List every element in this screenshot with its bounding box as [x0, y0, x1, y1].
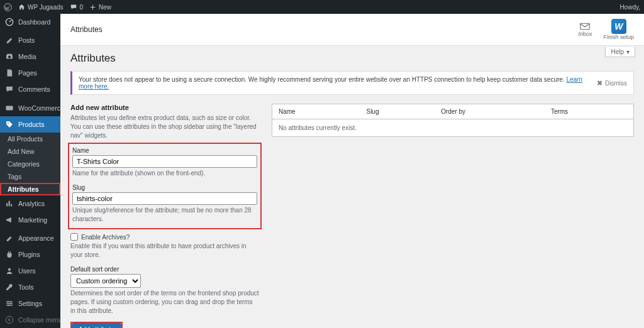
table-row: No attributes currently exist. — [272, 119, 634, 137]
sidebar-item-label: WooCommerce — [18, 104, 64, 112]
inbox-button[interactable]: Inbox — [578, 22, 592, 37]
submenu-item-categories[interactable]: Categories — [0, 158, 60, 170]
admin-bar: WP Jugaads 0 New Howdy, — [0, 0, 644, 14]
help-tab[interactable]: Help ▾ — [605, 47, 635, 57]
sidebar-item-label: Analytics — [18, 200, 45, 207]
col-orderby: Order by — [435, 104, 545, 119]
sidebar-item-label: Dashboard — [18, 18, 50, 26]
name-label: Name — [72, 147, 257, 154]
collapse-label: Collapse menu — [18, 316, 62, 324]
sidebar-item-products[interactable]: Products — [0, 116, 60, 133]
chevron-down-icon: ▾ — [626, 48, 630, 55]
help-label: Help — [611, 48, 624, 55]
slug-hint: Unique slug/reference for the attribute;… — [72, 206, 257, 224]
svg-point-4 — [8, 123, 9, 124]
slug-input[interactable] — [72, 192, 257, 205]
finish-setup-icon: W — [611, 19, 626, 34]
notice-message: Your store does not appear to be using a… — [79, 76, 565, 83]
sort-order-select[interactable]: Custom ordering — [70, 274, 141, 288]
woocommerce-topbar: Attributes Inbox W Finish setup — [60, 14, 644, 46]
sidebar-item-users[interactable]: Users — [0, 263, 60, 279]
finish-setup-label: Finish setup — [603, 34, 634, 40]
inbox-icon — [579, 22, 591, 31]
sidebar-item-label: Appearance — [18, 234, 54, 242]
sidebar-item-comments[interactable]: Comments — [0, 81, 60, 97]
products-submenu: All Products Add New Categories Tags Att… — [0, 133, 60, 195]
add-attribute-heading: Add new attribute — [70, 104, 259, 111]
sort-order-label: Default sort order — [70, 266, 259, 273]
enable-archives-label: Enable Archives? — [81, 234, 130, 241]
enable-archives-hint: Enable this if you want this attribute t… — [70, 242, 259, 260]
sidebar-item-label: Media — [18, 53, 36, 60]
sort-order-hint: Determines the sort order of the terms o… — [70, 289, 259, 315]
sidebar-item-tools[interactable]: Tools — [0, 279, 60, 295]
submenu-label: Attributes — [8, 185, 39, 193]
add-attribute-button[interactable]: Add attribute — [72, 323, 121, 328]
submenu-item-tags[interactable]: Tags — [0, 170, 60, 183]
col-slug: Slug — [360, 104, 435, 119]
enable-archives-checkbox[interactable] — [70, 233, 78, 241]
submenu-item-all-products[interactable]: All Products — [0, 133, 60, 145]
sidebar-item-label: Products — [18, 121, 44, 128]
svg-point-2 — [8, 56, 11, 58]
sidebar-item-dashboard[interactable]: Dashboard — [0, 14, 60, 30]
table-header-row: Name Slug Order by Terms — [272, 104, 634, 119]
sidebar-item-label: Settings — [18, 300, 42, 307]
highlighted-fields: Name Name for the attribute (shown on th… — [70, 145, 259, 227]
name-input[interactable] — [72, 155, 257, 168]
sidebar-item-posts[interactable]: Posts — [0, 32, 60, 48]
sidebar-item-woocommerce[interactable]: WooCommerce — [0, 100, 60, 116]
sidebar-item-marketing[interactable]: Marketing — [0, 212, 60, 228]
comments-count: 0 — [80, 4, 84, 11]
new-label: New — [99, 4, 111, 11]
add-attribute-desc: Attributes let you define extra product … — [70, 114, 259, 140]
name-hint: Name for the attribute (shown on the fro… — [72, 169, 257, 178]
sidebar-item-label: Comments — [18, 85, 50, 93]
main-content: Attributes Inbox W Finish setup Help ▾ — [60, 14, 644, 328]
attributes-table-wrap: Name Slug Order by Terms No attributes c… — [272, 104, 634, 328]
svg-point-12 — [6, 316, 13, 323]
sidebar-item-settings[interactable]: Settings — [0, 295, 60, 312]
dismiss-label: Dismiss — [605, 80, 627, 87]
site-home-link[interactable]: WP Jugaads — [18, 4, 64, 11]
svg-point-11 — [8, 305, 9, 306]
wp-logo[interactable] — [4, 3, 12, 11]
new-content-link[interactable]: New — [89, 4, 111, 11]
page-title: Attributes — [70, 52, 634, 65]
submenu-label: Tags — [8, 173, 21, 180]
submenu-label: Categories — [8, 160, 40, 168]
comments-link[interactable]: 0 — [70, 3, 84, 11]
close-icon: ✖ — [597, 79, 602, 87]
finish-setup-button[interactable]: W Finish setup — [603, 19, 634, 40]
svg-point-5 — [8, 268, 11, 271]
submenu-label: Add New — [8, 148, 35, 155]
notice-dismiss-button[interactable]: ✖ Dismiss — [597, 79, 627, 87]
submenu-item-add-new[interactable]: Add New — [0, 145, 60, 158]
svg-rect-7 — [6, 303, 13, 303]
col-terms: Terms — [545, 104, 634, 119]
sidebar-item-appearance[interactable]: Appearance — [0, 230, 60, 246]
sidebar-item-analytics[interactable]: Analytics — [0, 195, 60, 212]
sidebar-item-plugins[interactable]: Plugins — [0, 246, 60, 263]
howdy-label: Howdy, — [619, 4, 640, 11]
site-name: WP Jugaads — [28, 4, 64, 11]
svg-rect-3 — [6, 106, 13, 110]
svg-point-9 — [8, 301, 9, 302]
sidebar-item-label: Plugins — [18, 251, 40, 258]
sidebar-item-label: Posts — [18, 36, 35, 44]
sidebar-item-pages[interactable]: Pages — [0, 65, 60, 81]
svg-rect-6 — [6, 301, 13, 302]
notice-text: Your store does not appear to be using a… — [79, 76, 597, 90]
https-notice: Your store does not appear to be using a… — [70, 71, 634, 95]
slug-label: Slug — [72, 184, 257, 191]
svg-rect-13 — [580, 23, 589, 30]
sidebar-item-media[interactable]: Media — [0, 48, 60, 65]
svg-point-10 — [10, 303, 11, 304]
howdy-link[interactable]: Howdy, — [619, 4, 640, 11]
empty-message: No attributes currently exist. — [272, 119, 634, 137]
collapse-menu[interactable]: Collapse menu — [0, 312, 60, 328]
submenu-item-attributes[interactable]: Attributes — [0, 183, 60, 195]
topbar-title: Attributes — [70, 25, 103, 34]
sidebar-item-label: Users — [18, 267, 35, 275]
attributes-table: Name Slug Order by Terms No attributes c… — [272, 104, 634, 137]
